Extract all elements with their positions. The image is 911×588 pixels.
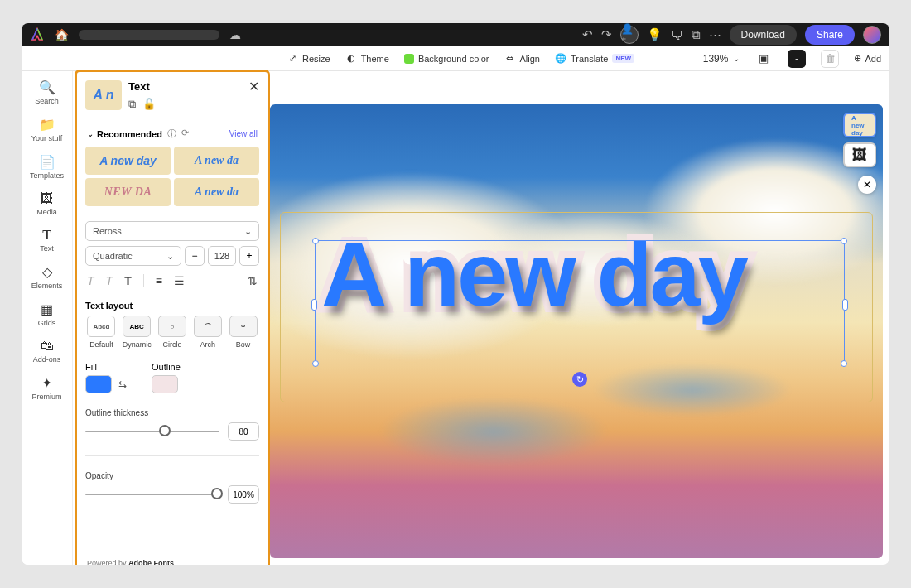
- text-icon: T: [42, 228, 51, 243]
- font-family-select[interactable]: Reross⌄: [85, 221, 259, 241]
- text-properties-panel: A n Text ✕ ⧉ 🔓 ⌄ Recommended ⓘ⟳ View all: [75, 70, 270, 565]
- top-bar: 🏠 ☁ ↶ ↷ 👤⁺ 💡 🗨 ⧉ ⋯ Download Share: [22, 23, 889, 46]
- rail-your-stuff[interactable]: 📁Your stuff: [31, 117, 63, 142]
- fill-color-swatch[interactable]: [85, 375, 112, 393]
- rail-addons[interactable]: 🛍Add-ons: [33, 339, 61, 364]
- resize-handle[interactable]: [312, 360, 319, 367]
- context-toolbar: ⤢Resize ◐Theme Background color ⇔Align 🌐…: [22, 46, 889, 71]
- rail-templates[interactable]: 📄Templates: [30, 154, 64, 180]
- help-icon[interactable]: 💡: [647, 27, 663, 42]
- style-swatch[interactable]: NEW DA: [85, 178, 171, 206]
- more-icon[interactable]: ⋯: [709, 27, 721, 42]
- text-selection-box[interactable]: ↻: [315, 240, 845, 364]
- templates-icon: 📄: [39, 154, 55, 170]
- layout-bow[interactable]: ⌣Bow: [227, 316, 259, 349]
- home-icon[interactable]: 🏠: [55, 28, 69, 41]
- theme-icon: ◐: [345, 53, 357, 65]
- theme-tool[interactable]: ◐Theme: [345, 53, 389, 65]
- font-size-increase[interactable]: +: [239, 246, 259, 266]
- opacity-value[interactable]: 100%: [228, 485, 259, 504]
- opacity-slider[interactable]: [85, 490, 219, 499]
- redo-icon[interactable]: ↷: [601, 27, 612, 42]
- font-weight-regular[interactable]: T: [87, 274, 94, 287]
- font-weight-bold[interactable]: T: [124, 274, 132, 287]
- list-icon[interactable]: ☰: [174, 274, 185, 287]
- layer-thumb-image[interactable]: 🖼: [843, 142, 876, 167]
- align-icon: ⇔: [504, 53, 515, 65]
- panel-preview-thumb: A n: [85, 80, 122, 110]
- grids-icon: ▦: [41, 301, 53, 317]
- style-swatch[interactable]: A new da: [174, 147, 259, 175]
- opacity-label: Opacity: [85, 471, 259, 480]
- rail-text[interactable]: TText: [40, 228, 54, 253]
- view-all-link[interactable]: View all: [229, 129, 258, 138]
- outline-thickness-slider[interactable]: [85, 427, 219, 436]
- resize-tool[interactable]: ⤢Resize: [287, 53, 330, 65]
- document-title-placeholder[interactable]: [79, 30, 219, 40]
- info-icon[interactable]: ⓘ: [167, 128, 176, 140]
- rail-grids[interactable]: ▦Grids: [38, 301, 56, 327]
- layout-arch[interactable]: ⌒Arch: [191, 316, 224, 349]
- chevron-down-icon: ⌄: [166, 251, 174, 262]
- outline-color-swatch[interactable]: [152, 375, 178, 393]
- text-align-icon[interactable]: ≡: [156, 274, 162, 287]
- spacing-icon[interactable]: ⇅: [248, 274, 258, 287]
- swap-colors-icon[interactable]: ⇆: [118, 378, 127, 390]
- resize-handle[interactable]: [311, 299, 317, 311]
- layout-dynamic[interactable]: ABCDynamic: [121, 316, 153, 349]
- premium-icon: ✦: [41, 375, 52, 391]
- download-button[interactable]: Download: [730, 25, 797, 45]
- user-avatar[interactable]: [863, 26, 881, 44]
- align-tool[interactable]: ⇔Align: [504, 53, 539, 65]
- chevron-down-icon[interactable]: ⌄: [87, 129, 94, 138]
- layout-default[interactable]: AbcdDefault: [85, 316, 118, 349]
- addons-icon: 🛍: [41, 339, 54, 354]
- media-icon: 🖼: [40, 191, 53, 206]
- undo-icon[interactable]: ↶: [582, 27, 593, 42]
- zoom-control[interactable]: 139%⌄: [703, 53, 740, 65]
- delete-icon[interactable]: 🗑: [821, 50, 839, 68]
- layout-circle[interactable]: ○Circle: [157, 316, 189, 349]
- rail-media[interactable]: 🖼Media: [36, 191, 57, 216]
- add-page-button[interactable]: ⊕Add: [854, 53, 881, 64]
- translate-icon: 🌐: [555, 53, 566, 65]
- resize-handle[interactable]: [842, 299, 848, 311]
- rotate-handle[interactable]: ↻: [572, 372, 587, 387]
- style-swatch[interactable]: A new da: [174, 178, 259, 206]
- invite-user-button[interactable]: 👤⁺: [620, 26, 639, 44]
- panel-close-button[interactable]: ✕: [248, 79, 259, 94]
- resize-handle[interactable]: [841, 360, 847, 367]
- rail-search[interactable]: 🔍Search: [35, 80, 59, 105]
- cloud-sync-icon[interactable]: ☁: [229, 28, 241, 41]
- rail-elements[interactable]: ◇Elements: [31, 264, 63, 290]
- recommended-heading: Recommended: [97, 129, 162, 139]
- present-icon[interactable]: ⧉: [692, 27, 701, 42]
- font-weight-medium[interactable]: T: [106, 274, 113, 287]
- fit-icon[interactable]: ▣: [754, 50, 773, 68]
- font-size-decrease[interactable]: −: [185, 246, 205, 266]
- font-size-input[interactable]: 128: [208, 246, 236, 266]
- folder-icon: 📁: [39, 117, 55, 133]
- chevron-down-icon: ⌄: [733, 54, 740, 63]
- style-swatch[interactable]: A new day: [85, 147, 171, 175]
- powered-by: Powered by Adobe Fonts: [85, 554, 259, 565]
- close-layers-button[interactable]: ✕: [858, 176, 876, 194]
- rail-premium[interactable]: ✦Premium: [31, 375, 61, 401]
- duplicate-icon[interactable]: ⧉: [128, 98, 136, 111]
- layers-icon[interactable]: ⫞: [788, 50, 806, 68]
- bg-color-tool[interactable]: Background color: [404, 54, 489, 64]
- font-style-select[interactable]: Quadratic⌄: [85, 246, 181, 266]
- refresh-icon[interactable]: ⟳: [181, 128, 189, 140]
- share-button[interactable]: Share: [805, 25, 855, 45]
- canvas[interactable]: A new day ↻: [270, 104, 883, 558]
- comment-icon[interactable]: 🗨: [671, 28, 683, 42]
- layer-thumb-text[interactable]: A new day: [843, 113, 876, 137]
- translate-tool[interactable]: 🌐TranslateNEW: [555, 53, 634, 65]
- outline-thickness-value[interactable]: 80: [228, 422, 259, 441]
- outline-label: Outline: [152, 362, 181, 372]
- lock-icon[interactable]: 🔓: [142, 98, 156, 111]
- resize-handle[interactable]: [312, 238, 319, 244]
- resize-handle[interactable]: [841, 238, 847, 244]
- left-rail: 🔍Search 📁Your stuff 📄Templates 🖼Media TT…: [22, 71, 73, 565]
- plus-circle-icon: ⊕: [854, 53, 861, 64]
